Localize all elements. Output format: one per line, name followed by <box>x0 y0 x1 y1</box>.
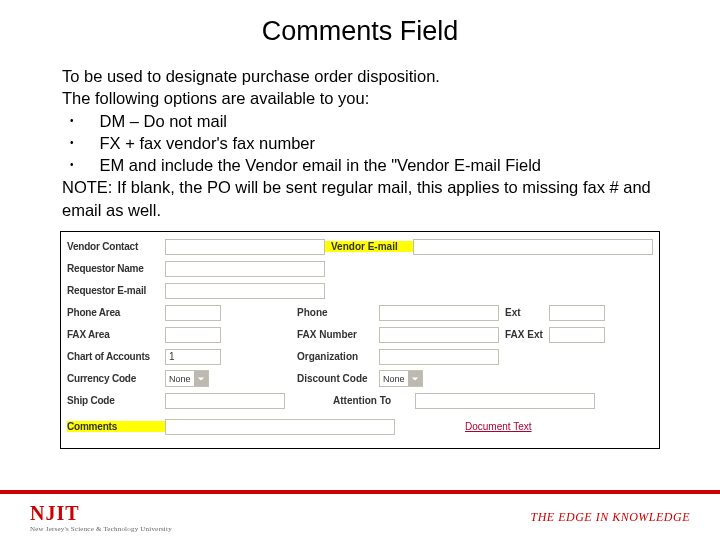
discount-value: None <box>383 374 405 384</box>
requestor-name-field[interactable] <box>165 261 325 277</box>
njit-logo: NJIT <box>30 502 172 525</box>
form-screenshot: Vendor Contact Vendor E-mail Requestor N… <box>60 231 660 449</box>
intro-line-2: The following options are available to y… <box>62 87 658 109</box>
bullet-3: EM and include the Vendor email in the "… <box>100 154 542 176</box>
slide-body: Comments Field To be used to designate p… <box>0 0 720 449</box>
footer-tagline: THE EDGE IN KNOWLEDGE <box>531 510 691 525</box>
attention-field[interactable] <box>415 393 595 409</box>
comments-field[interactable] <box>165 419 395 435</box>
label-phone-area: Phone Area <box>67 307 165 318</box>
label-coa: Chart of Accounts <box>67 351 165 362</box>
slide-footer: NJIT New Jersey's Science & Technology U… <box>0 490 720 540</box>
vendor-email-field[interactable] <box>413 239 653 255</box>
label-discount: Discount Code <box>291 373 379 384</box>
vendor-contact-field[interactable] <box>165 239 325 255</box>
bullet-dot: • <box>70 110 74 132</box>
chevron-down-icon <box>194 371 208 386</box>
njit-subtitle: New Jersey's Science & Technology Univer… <box>30 525 172 533</box>
label-currency: Currency Code <box>67 373 165 384</box>
currency-value: None <box>169 374 191 384</box>
discount-select[interactable]: None <box>379 370 423 387</box>
fax-ext-field[interactable] <box>549 327 605 343</box>
intro-note: NOTE: If blank, the PO will be sent regu… <box>62 176 658 221</box>
coa-field[interactable]: 1 <box>165 349 221 365</box>
page-title: Comments Field <box>40 16 680 47</box>
form-panel: Vendor Contact Vendor E-mail Requestor N… <box>61 232 659 448</box>
label-organization: Organization <box>291 351 379 362</box>
label-ext: Ext <box>499 307 549 318</box>
bullet-1: DM – Do not mail <box>100 110 227 132</box>
fax-area-field[interactable] <box>165 327 221 343</box>
requestor-email-field[interactable] <box>165 283 325 299</box>
intro-line-1: To be used to designate purchase order d… <box>62 65 658 87</box>
label-ship: Ship Code <box>67 395 165 406</box>
label-requestor-name: Requestor Name <box>67 263 165 274</box>
fax-number-field[interactable] <box>379 327 499 343</box>
phone-field[interactable] <box>379 305 499 321</box>
label-phone: Phone <box>291 307 379 318</box>
ship-field[interactable] <box>165 393 285 409</box>
bullet-dot: • <box>70 132 74 154</box>
brand-block: NJIT New Jersey's Science & Technology U… <box>30 502 172 533</box>
label-fax-area: FAX Area <box>67 329 165 340</box>
label-attention: Attention To <box>327 395 415 406</box>
currency-select[interactable]: None <box>165 370 209 387</box>
label-requestor-email: Requestor E-mail <box>67 285 165 296</box>
label-vendor-contact: Vendor Contact <box>67 241 165 252</box>
organization-field[interactable] <box>379 349 499 365</box>
chevron-down-icon <box>408 371 422 386</box>
label-vendor-email: Vendor E-mail <box>325 241 413 252</box>
document-text-link[interactable]: Document Text <box>465 421 532 432</box>
phone-area-field[interactable] <box>165 305 221 321</box>
intro-text: To be used to designate purchase order d… <box>40 65 680 221</box>
label-fax-ext: FAX Ext <box>499 329 549 340</box>
bullet-dot: • <box>70 154 74 176</box>
label-comments: Comments <box>67 421 165 432</box>
ext-field[interactable] <box>549 305 605 321</box>
bullet-2: FX + fax vendor's fax number <box>100 132 315 154</box>
label-fax-number: FAX Number <box>291 329 379 340</box>
